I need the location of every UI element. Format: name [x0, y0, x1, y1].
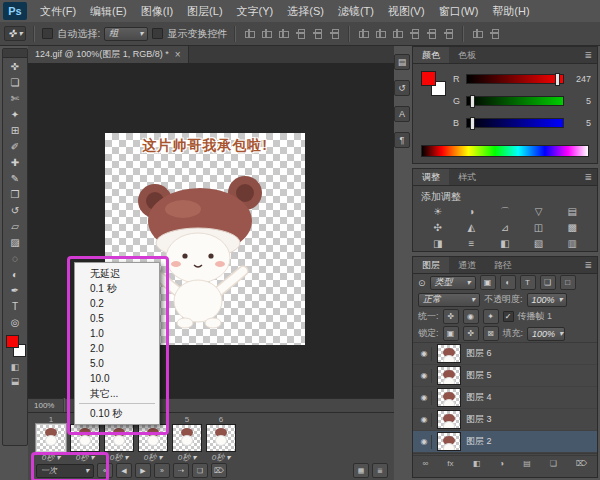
- visibility-eye-icon[interactable]: ◉: [417, 435, 432, 449]
- blue-slider[interactable]: [466, 118, 564, 128]
- panel-menu-icon[interactable]: ≣: [579, 169, 597, 185]
- align-horizontal-centers-icon[interactable]: [260, 27, 273, 40]
- menu-item-no-delay[interactable]: 无延迟: [75, 266, 159, 281]
- tab-color[interactable]: 颜色: [413, 47, 449, 63]
- propagate-frame-checkbox[interactable]: ✓: [503, 311, 514, 322]
- history-panel-icon[interactable]: ↺: [394, 80, 410, 96]
- red-value[interactable]: 247: [569, 74, 591, 84]
- tool-crop[interactable]: ⊞: [4, 122, 26, 138]
- lock-position-icon[interactable]: ✜: [463, 326, 479, 341]
- tool-type[interactable]: T: [4, 298, 26, 314]
- invert-adjustment-icon[interactable]: ◨: [421, 237, 455, 250]
- tool-healing[interactable]: ✚: [4, 154, 26, 170]
- properties-panel-icon[interactable]: ▤: [394, 54, 410, 70]
- green-slider-knob[interactable]: [470, 95, 475, 108]
- layer-thumbnail[interactable]: [437, 432, 461, 451]
- new-layer-icon[interactable]: ❏: [548, 459, 559, 468]
- foreground-color-swatch[interactable]: [421, 71, 436, 86]
- auto-select-checkbox[interactable]: [42, 28, 53, 39]
- tool-history-brush[interactable]: ↺: [4, 202, 26, 218]
- menu-item-2-0s[interactable]: 2.0: [75, 341, 159, 356]
- convert-timeline-icon[interactable]: ▦: [353, 463, 369, 478]
- layer-thumbnail[interactable]: [437, 410, 461, 429]
- delete-layer-icon[interactable]: ⌦: [574, 459, 589, 468]
- frame-1[interactable]: 1 0秒 ▾: [36, 415, 66, 462]
- 3d-rotate-icon[interactable]: [488, 27, 501, 40]
- tool-lasso[interactable]: ✄: [4, 90, 26, 106]
- layer-row[interactable]: ◉ 图层 6: [413, 343, 597, 365]
- visibility-eye-icon[interactable]: ◉: [417, 413, 432, 427]
- tween-button[interactable]: ⇢: [173, 463, 189, 478]
- menu-edit[interactable]: 编辑(E): [83, 0, 134, 22]
- panel-menu-icon[interactable]: ≣: [579, 257, 597, 273]
- tab-layers[interactable]: 图层: [413, 257, 449, 273]
- character-panel-icon[interactable]: A: [394, 106, 410, 122]
- tool-zoom[interactable]: ◎: [4, 314, 26, 330]
- paragraph-panel-icon[interactable]: ¶: [394, 132, 410, 148]
- layer-row-selected[interactable]: ◉ 图层 2: [413, 431, 597, 453]
- opacity-dropdown[interactable]: 100% ▾: [527, 293, 567, 307]
- menu-item-1-0s[interactable]: 1.0: [75, 326, 159, 341]
- frame-thumbnail[interactable]: [138, 424, 168, 452]
- toolbar-grip[interactable]: [3, 49, 27, 58]
- visibility-eye-icon[interactable]: ◉: [417, 391, 432, 405]
- adjustment-layer-icon[interactable]: ◑: [497, 459, 506, 468]
- tool-blur[interactable]: ◌: [4, 250, 26, 266]
- layer-row[interactable]: ◉ 图层 5: [413, 365, 597, 387]
- tool-move[interactable]: ✜: [4, 58, 26, 74]
- document-tab[interactable]: 124.gif @ 100%(图层 1, RGB/8) * ×: [28, 46, 189, 63]
- menu-filter[interactable]: 滤镜(T): [331, 0, 381, 22]
- timeline-menu-icon[interactable]: ≣: [372, 463, 388, 478]
- layer-name[interactable]: 图层 3: [466, 413, 492, 426]
- layer-name[interactable]: 图层 6: [466, 347, 492, 360]
- unify-style-icon[interactable]: ✦: [483, 309, 499, 324]
- menu-type[interactable]: 文字(Y): [230, 0, 281, 22]
- menu-item-current-delay[interactable]: 0.10 秒: [75, 406, 159, 421]
- menu-layer[interactable]: 图层(L): [180, 0, 229, 22]
- photo-filter-adjustment-icon[interactable]: ◫: [522, 221, 556, 234]
- frame-6[interactable]: 6 0秒 ▾: [206, 415, 236, 462]
- tab-adjustments[interactable]: 调整: [413, 169, 449, 185]
- filter-smart-objects-icon[interactable]: □: [560, 275, 576, 290]
- layer-row[interactable]: ◉ 图层 3: [413, 409, 597, 431]
- menu-image[interactable]: 图像(I): [134, 0, 180, 22]
- blend-mode-dropdown[interactable]: 正常 ▾: [418, 293, 480, 307]
- distribute-center-icon[interactable]: [374, 27, 387, 40]
- distribute-left-icon[interactable]: [357, 27, 370, 40]
- tab-swatches[interactable]: 色板: [449, 47, 485, 63]
- 3d-mode-icon[interactable]: [471, 27, 484, 40]
- layer-thumbnail[interactable]: [437, 388, 461, 407]
- align-top-edges-icon[interactable]: [294, 27, 307, 40]
- red-slider[interactable]: [466, 74, 564, 84]
- visibility-eye-icon[interactable]: ◉: [417, 369, 432, 383]
- tool-preset-button[interactable]: ✜ ▾: [4, 26, 26, 41]
- align-left-edges-icon[interactable]: [243, 27, 256, 40]
- lock-all-icon[interactable]: ⊠: [483, 326, 499, 341]
- posterize-adjustment-icon[interactable]: ≡: [455, 237, 489, 250]
- tool-pen[interactable]: ✒: [4, 282, 26, 298]
- menu-view[interactable]: 视图(V): [381, 0, 432, 22]
- frame-delay-button[interactable]: 0秒 ▾: [110, 452, 128, 462]
- align-right-edges-icon[interactable]: [277, 27, 290, 40]
- curves-adjustment-icon[interactable]: ⌒: [488, 205, 522, 218]
- tool-gradient[interactable]: ▨: [4, 234, 26, 250]
- menu-file[interactable]: 文件(F): [33, 0, 83, 22]
- zoom-level[interactable]: 100%: [34, 401, 54, 410]
- black-white-adjustment-icon[interactable]: ⊿: [488, 221, 522, 234]
- distribute-bottom-icon[interactable]: [442, 27, 455, 40]
- tab-styles[interactable]: 样式: [449, 169, 485, 185]
- frame-thumbnail[interactable]: [36, 424, 66, 452]
- levels-adjustment-icon[interactable]: ◑: [455, 205, 489, 218]
- channel-mixer-adjustment-icon[interactable]: ▩: [555, 221, 589, 234]
- menu-window[interactable]: 窗口(W): [432, 0, 486, 22]
- menu-item-5-0s[interactable]: 5.0: [75, 356, 159, 371]
- previous-frame-button[interactable]: ◀: [116, 463, 132, 478]
- tool-eyedropper[interactable]: ✐: [4, 138, 26, 154]
- close-icon[interactable]: ×: [175, 49, 181, 60]
- frame-delay-button[interactable]: 0秒 ▾: [178, 452, 196, 462]
- menu-help[interactable]: 帮助(H): [485, 0, 536, 22]
- tab-paths[interactable]: 路径: [485, 257, 521, 273]
- vibrance-adjustment-icon[interactable]: ▤: [555, 205, 589, 218]
- frame-delay-button[interactable]: 0秒 ▾: [144, 452, 162, 462]
- tool-dodge[interactable]: ◐: [4, 266, 26, 282]
